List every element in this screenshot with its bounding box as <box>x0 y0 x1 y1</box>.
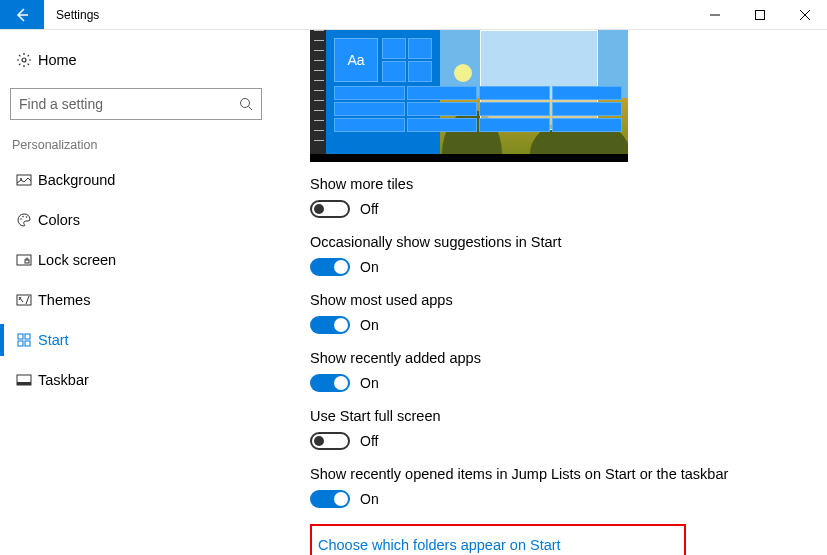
sidebar-item-label: Colors <box>38 212 80 228</box>
svg-point-2 <box>241 99 250 108</box>
sidebar-item-label: Background <box>38 172 115 188</box>
picture-icon <box>10 172 38 188</box>
svg-rect-14 <box>25 341 30 346</box>
content-pane: Aa Show more tiles Off Occasionally show… <box>272 30 827 555</box>
toggle-state: Off <box>360 201 378 217</box>
sidebar-item-lock-screen[interactable]: Lock screen <box>10 240 262 280</box>
setting-label: Show recently opened items in Jump Lists… <box>310 466 827 482</box>
toggle-state: On <box>360 259 379 275</box>
svg-point-6 <box>22 216 24 218</box>
setting-jump-lists: Show recently opened items in Jump Lists… <box>310 466 827 508</box>
svg-rect-13 <box>18 341 23 346</box>
svg-point-5 <box>20 218 22 220</box>
sidebar-home-label: Home <box>38 52 77 68</box>
themes-icon <box>10 292 38 308</box>
toggle-show-more-tiles[interactable] <box>310 200 350 218</box>
sidebar-item-themes[interactable]: Themes <box>10 280 262 320</box>
setting-label: Use Start full screen <box>310 408 827 424</box>
gear-icon <box>10 52 38 68</box>
sidebar-category: Personalization <box>10 138 262 152</box>
sidebar-item-background[interactable]: Background <box>10 160 262 200</box>
setting-most-used: Show most used apps On <box>310 292 827 334</box>
back-button[interactable] <box>0 0 44 29</box>
window-title: Settings <box>44 0 111 29</box>
sidebar-item-label: Taskbar <box>38 372 89 388</box>
svg-rect-9 <box>25 260 29 263</box>
toggle-state: On <box>360 317 379 333</box>
setting-label: Show most used apps <box>310 292 827 308</box>
toggle-most-used[interactable] <box>310 316 350 334</box>
svg-rect-11 <box>18 334 23 339</box>
setting-recently-added: Show recently added apps On <box>310 350 827 392</box>
close-button[interactable] <box>782 0 827 29</box>
svg-rect-16 <box>17 382 31 385</box>
sidebar-item-label: Lock screen <box>38 252 116 268</box>
toggle-state: On <box>360 491 379 507</box>
setting-label: Show more tiles <box>310 176 827 192</box>
link-choose-folders[interactable]: Choose which folders appear on Start <box>318 537 561 553</box>
sidebar-home[interactable]: Home <box>10 40 262 80</box>
setting-label: Show recently added apps <box>310 350 827 366</box>
setting-label: Occasionally show suggestions in Start <box>310 234 827 250</box>
svg-rect-3 <box>17 175 31 185</box>
svg-point-1 <box>22 58 26 62</box>
toggle-recently-added[interactable] <box>310 374 350 392</box>
start-preview-image: Aa <box>310 30 628 162</box>
toggle-suggestions[interactable] <box>310 258 350 276</box>
sidebar-item-label: Themes <box>38 292 90 308</box>
arrow-left-icon <box>14 7 30 23</box>
minimize-button[interactable] <box>692 0 737 29</box>
svg-rect-12 <box>25 334 30 339</box>
search-field[interactable] <box>10 88 262 120</box>
sidebar-item-label: Start <box>38 332 69 348</box>
lock-screen-icon <box>10 252 38 268</box>
maximize-icon <box>755 10 765 20</box>
preview-tile-large: Aa <box>334 38 378 82</box>
maximize-button[interactable] <box>737 0 782 29</box>
minimize-icon <box>710 10 720 20</box>
toggle-jump-lists[interactable] <box>310 490 350 508</box>
start-icon <box>10 332 38 348</box>
titlebar: Settings <box>0 0 827 30</box>
setting-full-screen: Use Start full screen Off <box>310 408 827 450</box>
svg-point-7 <box>26 216 28 218</box>
link-choose-folders-highlight: Choose which folders appear on Start <box>310 524 686 555</box>
palette-icon <box>10 212 38 228</box>
taskbar-icon <box>10 372 38 388</box>
close-icon <box>800 10 810 20</box>
svg-rect-0 <box>755 10 764 19</box>
toggle-state: Off <box>360 433 378 449</box>
search-icon <box>231 97 261 111</box>
search-input[interactable] <box>11 96 231 112</box>
sidebar-item-taskbar[interactable]: Taskbar <box>10 360 262 400</box>
setting-suggestions: Occasionally show suggestions in Start O… <box>310 234 827 276</box>
toggle-state: On <box>360 375 379 391</box>
toggle-full-screen[interactable] <box>310 432 350 450</box>
sidebar: Home Personalization Background Colors L… <box>0 30 272 555</box>
setting-show-more-tiles: Show more tiles Off <box>310 176 827 218</box>
sidebar-item-start[interactable]: Start <box>10 320 262 360</box>
sidebar-item-colors[interactable]: Colors <box>10 200 262 240</box>
